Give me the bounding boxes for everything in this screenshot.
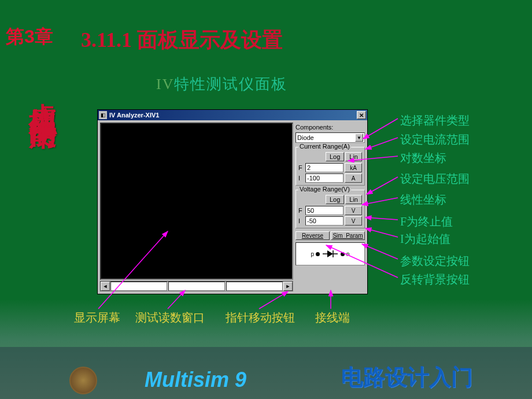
footer-multisim-text: Multisim 9 bbox=[145, 368, 246, 392]
display-screen[interactable] bbox=[100, 123, 293, 280]
terminal-n-label: n bbox=[346, 251, 350, 257]
current-F-unit[interactable]: kA bbox=[345, 163, 362, 172]
annotation-terminals: 接线端 bbox=[315, 310, 350, 326]
svg-line-8 bbox=[367, 177, 398, 194]
reverse-button[interactable]: Reverse bbox=[295, 231, 330, 240]
chapter-label: 第3章 bbox=[6, 24, 53, 50]
window-titlebar[interactable]: ◧ IV Analyzer-XIV1 ✕ bbox=[98, 110, 367, 120]
voltage-F-unit[interactable]: V bbox=[345, 206, 362, 215]
voltage-lin-button[interactable]: Lin bbox=[345, 195, 362, 204]
controls-panel: Components: Diode ▼ Current Range(A) Log… bbox=[293, 123, 365, 291]
svg-line-11 bbox=[365, 228, 398, 237]
annotation-linear-scale: 线性坐标 bbox=[400, 192, 446, 208]
iv-analyzer-window: ◧ IV Analyzer-XIV1 ✕ ◄ ► Components: Dio… bbox=[97, 109, 368, 294]
section-title: 3.11.1 面板显示及设置 bbox=[81, 26, 283, 54]
panel-subtitle-rest: 特性测试仪面板 bbox=[174, 76, 287, 93]
components-dropdown[interactable]: Diode ▼ bbox=[295, 132, 365, 143]
svg-line-6 bbox=[365, 138, 398, 149]
annotation-current-range: 设定电流范围 bbox=[400, 132, 470, 147]
scroll-right-button[interactable]: ► bbox=[283, 282, 293, 291]
sim-param-button[interactable]: Sim_Param bbox=[331, 231, 365, 240]
voltage-I-input[interactable]: -50 bbox=[305, 216, 343, 226]
terminal-symbol-box[interactable]: p n bbox=[295, 242, 365, 265]
readout-3 bbox=[226, 282, 283, 291]
vertical-side-title: 虚拟仪器的使用 bbox=[24, 81, 61, 105]
display-area: ◄ ► bbox=[100, 123, 293, 291]
annotation-voltage-range: 设定电压范围 bbox=[400, 171, 470, 187]
close-button[interactable]: ✕ bbox=[357, 111, 366, 119]
readout-2 bbox=[168, 282, 225, 291]
annotation-display-screen: 显示屏幕 bbox=[74, 310, 120, 326]
annotation-F-end: F为终止值 bbox=[400, 214, 453, 230]
current-I-label: I bbox=[298, 175, 304, 182]
panel-subtitle: IV特性测试仪面板 bbox=[156, 74, 287, 94]
window-title-text: IV Analyzer-XIV1 bbox=[109, 112, 357, 119]
terminal-n bbox=[341, 252, 345, 256]
svg-line-10 bbox=[365, 217, 398, 220]
voltage-log-button[interactable]: Log bbox=[326, 195, 344, 204]
components-value: Diode bbox=[297, 134, 355, 141]
terminal-p bbox=[316, 252, 320, 256]
components-label: Components: bbox=[295, 123, 365, 132]
annotation-pointer-buttons: 指针移动按钮 bbox=[226, 310, 295, 326]
annotation-I-start: I为起始值 bbox=[400, 231, 450, 247]
annotation-param-button: 参数设定按钮 bbox=[400, 253, 470, 269]
scroll-left-button[interactable]: ◄ bbox=[101, 282, 110, 291]
terminal-p-label: p bbox=[311, 251, 314, 257]
voltage-I-label: I bbox=[298, 217, 304, 224]
svg-marker-1 bbox=[327, 250, 333, 257]
current-range-label: Current Range(A) bbox=[298, 143, 351, 150]
annotation-readout: 测试读数窗口 bbox=[135, 310, 205, 326]
svg-line-5 bbox=[363, 119, 398, 139]
voltage-I-unit[interactable]: V bbox=[345, 216, 362, 226]
voltage-F-input[interactable]: 50 bbox=[305, 206, 343, 215]
diode-icon bbox=[323, 249, 338, 258]
titlebar-app-icon: ◧ bbox=[99, 111, 107, 119]
current-F-input[interactable]: 2 bbox=[305, 163, 343, 172]
annotation-reverse-button: 反转背景按钮 bbox=[400, 272, 470, 287]
readout-1 bbox=[110, 282, 167, 291]
current-F-label: F bbox=[298, 164, 304, 171]
annotation-log-scale: 对数坐标 bbox=[400, 150, 446, 166]
current-I-unit[interactable]: A bbox=[345, 173, 362, 183]
annotation-component-type: 选择器件类型 bbox=[400, 113, 470, 128]
readout-row: ◄ ► bbox=[100, 281, 293, 291]
footer-logo bbox=[69, 367, 97, 394]
current-lin-button[interactable]: Lin bbox=[345, 152, 362, 161]
panel-subtitle-iv: IV bbox=[156, 76, 174, 93]
footer-chinese-text: 电路设计入门 bbox=[341, 363, 473, 392]
current-log-button[interactable]: Log bbox=[326, 152, 344, 161]
voltage-F-label: F bbox=[298, 207, 304, 214]
current-range-group: Current Range(A) Log Lin F 2 kA I -100 A bbox=[295, 147, 365, 186]
voltage-range-group: Voltage Range(V) Log Lin F 50 V I -50 V bbox=[295, 190, 365, 228]
diode-symbol: p n bbox=[311, 249, 349, 258]
window-body: ◄ ► Components: Diode ▼ Current Range(A)… bbox=[98, 120, 367, 294]
chevron-down-icon: ▼ bbox=[355, 134, 363, 142]
current-I-input[interactable]: -100 bbox=[305, 173, 343, 183]
voltage-range-label: Voltage Range(V) bbox=[298, 186, 351, 193]
